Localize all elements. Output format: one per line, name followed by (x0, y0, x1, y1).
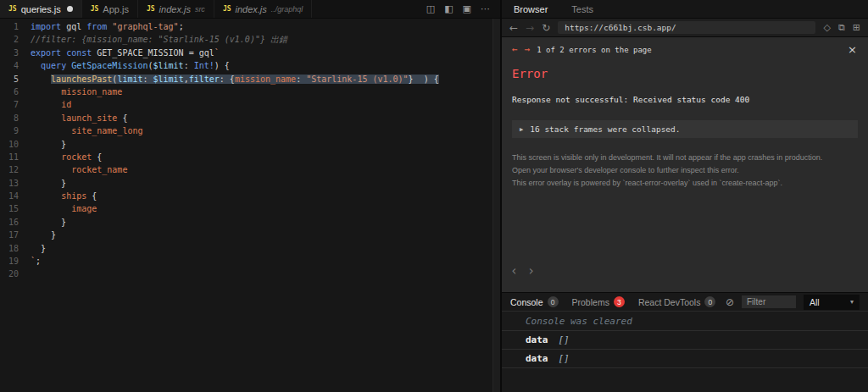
preview-tab-tests[interactable]: Tests (571, 4, 593, 14)
split-vertical-icon[interactable]: ◧ (444, 3, 453, 14)
editor-tab-index-js[interactable]: JSindex.jssrc (138, 0, 214, 18)
code-line[interactable]: 11 rocket { (0, 151, 500, 163)
code-line-content: ships { (31, 190, 97, 202)
code-line-content: site_name_long (31, 124, 142, 137)
code-lines: 1import gql from "graphql-tag";2//filter… (0, 20, 500, 281)
url-input[interactable]: https://c661bj.csb.app/ (558, 21, 815, 34)
console-tab-label: Problems (572, 297, 609, 307)
address-bar: ← → ↻ https://c661bj.csb.app/ ◇⧉⊞ (502, 19, 868, 37)
error-title: Error (512, 67, 858, 80)
editor-scrollbar[interactable] (492, 19, 500, 392)
code-line[interactable]: 17 } (0, 229, 500, 241)
code-line[interactable]: 7 id (0, 98, 500, 111)
editor-pane: JSqueries.jsJSApp.jsJSindex.jssrcJSindex… (0, 0, 502, 392)
code-line[interactable]: 4 query GetSpaceMission($limit: Int!) { (0, 59, 500, 72)
code-line[interactable]: 6 mission_name (0, 86, 500, 98)
line-number: 12 (0, 163, 31, 176)
line-number: 5 (0, 73, 31, 86)
editor-tabbar-tabs: JSqueries.jsJSApp.jsJSindex.jssrcJSindex… (0, 0, 312, 18)
code-line[interactable]: 8 launch_site { (0, 112, 500, 124)
console-tab-react-devtools[interactable]: React DevTools0 (638, 296, 716, 307)
count-badge: 0 (704, 296, 715, 307)
code-editor[interactable]: 1import gql from "graphql-tag";2//filter… (0, 19, 500, 392)
code-line[interactable]: 1import gql from "graphql-tag"; (0, 20, 500, 33)
preview-tabs: BrowserTests (514, 4, 593, 14)
code-line[interactable]: 15 image (0, 202, 500, 215)
code-line-content: image (31, 202, 97, 215)
line-number: 19 (0, 255, 31, 268)
tab-label: queries.js (21, 4, 61, 14)
console-rows: data[]data[] (502, 330, 868, 368)
address-actions: ◇⧉⊞ (823, 22, 860, 33)
copy-url-icon[interactable]: ⧉ (838, 22, 845, 33)
close-overlay-icon[interactable]: × (848, 43, 857, 56)
file-type-js-icon: JS (223, 5, 231, 13)
prev-page-icon[interactable]: ‹ (510, 263, 518, 279)
code-line[interactable]: 3export const GET_SPACE_MISSION = gql` (0, 47, 500, 59)
code-line[interactable]: 5 launchesPast(limit: $limit,filter: {mi… (0, 73, 500, 86)
console-log-row[interactable]: data[] (502, 349, 868, 368)
preview-tab-browser[interactable]: Browser (514, 4, 548, 14)
editor-actions: ◫◧▣⋯ (426, 0, 500, 18)
log-level-select[interactable]: All ▾ (804, 295, 860, 310)
file-type-js-icon: JS (147, 5, 155, 13)
editor-tabbar: JSqueries.jsJSApp.jsJSindex.jssrcJSindex… (0, 0, 500, 19)
code-line[interactable]: 12 rocket_name (0, 163, 500, 176)
console-panel: Console0Problems3React DevTools0 ⊘ All ▾… (502, 292, 868, 392)
tab-label: index.js (236, 4, 267, 14)
expand-caret-icon: ▶ (520, 126, 523, 133)
count-badge: 0 (548, 296, 559, 307)
back-icon[interactable]: ← (509, 23, 518, 33)
code-line[interactable]: 20 (0, 268, 500, 280)
responsive-mode-icon[interactable]: ◇ (823, 22, 830, 33)
code-line[interactable]: 19`; (0, 255, 500, 268)
code-line[interactable]: 18 } (0, 242, 500, 255)
preview-tabbar: BrowserTests (502, 0, 868, 19)
code-line-content: mission_name (31, 86, 122, 98)
refresh-icon[interactable]: ↻ (542, 23, 550, 33)
editor-tab-index-js[interactable]: JSindex.js../graphql (214, 0, 312, 18)
console-tab-console[interactable]: Console0 (510, 296, 559, 307)
overlay-footer: This screen is visible only in developme… (512, 152, 858, 190)
collapsed-frames-text: 16 stack frames were collapsed. (530, 124, 680, 134)
error-counter: 1 of 2 errors on the page (537, 46, 651, 54)
forward-icon[interactable]: → (526, 23, 534, 33)
editor-tab-app-js[interactable]: JSApp.js (82, 0, 138, 18)
prev-error-icon[interactable]: ← (512, 44, 518, 55)
console-tabbar: Console0Problems3React DevTools0 ⊘ All ▾ (502, 293, 868, 312)
log-value: [] (559, 353, 570, 364)
console-actions: ⊘ All ▾ (726, 295, 860, 310)
code-line-content: query GetSpaceMission($limit: Int!) { (31, 59, 230, 72)
code-line-content: //filter: {mission_name: "Starlink-15 (v… (31, 33, 287, 46)
tab-dir-label: ../graphql (271, 5, 303, 14)
error-overlay-topbar: ← → 1 of 2 errors on the page (512, 44, 858, 55)
code-line[interactable]: 9 site_name_long (0, 124, 500, 137)
line-number: 15 (0, 202, 31, 215)
code-line[interactable]: 13 } (0, 177, 500, 190)
code-line-content: rocket { (31, 151, 102, 163)
line-number: 10 (0, 138, 31, 151)
split-horizontal-icon[interactable]: ◫ (426, 3, 435, 14)
code-line-content: rocket_name (31, 163, 127, 176)
editor-tab-queries-js[interactable]: JSqueries.js (0, 0, 82, 18)
error-overlay: ← → 1 of 2 errors on the page × Error Re… (502, 37, 868, 292)
layout-icon[interactable]: ▣ (463, 3, 471, 14)
code-line-content: launch_site { (31, 112, 127, 124)
next-error-icon[interactable]: → (525, 44, 531, 55)
next-page-icon[interactable]: › (527, 263, 535, 279)
code-line[interactable]: 16 } (0, 216, 500, 229)
code-line[interactable]: 2//filter: {mission_name: "Starlink-15 (… (0, 33, 500, 46)
code-line-content: } (31, 216, 66, 229)
code-line[interactable]: 14 ships { (0, 190, 500, 202)
line-number: 9 (0, 124, 31, 137)
code-line-content: launchesPast(limit: $limit,filter: {miss… (31, 73, 439, 86)
preview-pane: BrowserTests ← → ↻ https://c661bj.csb.ap… (502, 0, 868, 392)
more-actions-icon[interactable]: ⋯ (481, 3, 490, 14)
console-tab-problems[interactable]: Problems3 (572, 296, 625, 307)
open-new-window-icon[interactable]: ⊞ (853, 22, 860, 33)
console-filter-input[interactable] (742, 295, 796, 308)
code-line[interactable]: 10 } (0, 138, 500, 151)
console-log-row[interactable]: data[] (502, 330, 868, 349)
clear-console-icon[interactable]: ⊘ (726, 296, 734, 308)
collapsed-frames-button[interactable]: ▶ 16 stack frames were collapsed. (512, 120, 858, 138)
